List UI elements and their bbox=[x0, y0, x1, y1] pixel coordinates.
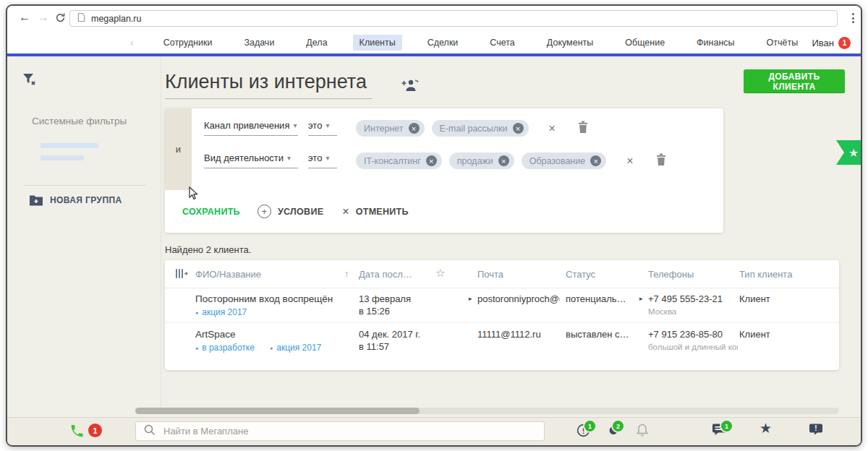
client-phone-note: Москва bbox=[648, 307, 735, 316]
horizontal-scrollbar-thumb[interactable] bbox=[135, 408, 420, 414]
column-header-type[interactable]: Тип клиента bbox=[739, 269, 792, 280]
last-date-line2: в 11:57 bbox=[359, 341, 389, 352]
tab-deals[interactable]: Сделки bbox=[421, 35, 465, 51]
star-outline-icon[interactable]: ☆ bbox=[435, 267, 445, 280]
tab-tasks[interactable]: Задачи bbox=[237, 35, 281, 51]
tab-communication[interactable]: Общение bbox=[618, 35, 671, 51]
client-email[interactable]: 11111@1112.ru bbox=[477, 329, 541, 340]
client-tag[interactable]: ● акция 2017 bbox=[195, 307, 247, 317]
url-text: megaplan.ru bbox=[91, 14, 142, 24]
client-name[interactable]: Посторонним вход воспрещён bbox=[195, 293, 333, 304]
bell-icon[interactable] bbox=[635, 423, 650, 441]
filter-condition-dropdown[interactable]: это ▾ bbox=[308, 153, 337, 168]
filter-tag[interactable]: Образование × bbox=[522, 153, 606, 169]
client-email[interactable]: postoronniyproch@d bbox=[477, 293, 560, 304]
column-settings-icon[interactable] bbox=[175, 268, 188, 282]
cancel-button[interactable]: ОТМЕНИТЬ bbox=[356, 207, 409, 217]
filter-tag-label: IT-консалтинг bbox=[364, 156, 421, 166]
alerts-icon[interactable]: ! 1 bbox=[576, 423, 591, 441]
filter-tag[interactable]: продажи × bbox=[449, 153, 514, 169]
url-bar[interactable]: megaplan.ru bbox=[69, 10, 838, 27]
plus-circle-icon[interactable]: + bbox=[258, 205, 271, 218]
person-add-icon[interactable] bbox=[401, 78, 419, 95]
sort-up-icon[interactable]: ↑ bbox=[344, 268, 349, 279]
page-title[interactable]: Клиенты из интернета bbox=[165, 71, 367, 93]
client-name[interactable]: ArtSpace bbox=[195, 329, 236, 340]
save-filter-button[interactable]: СОХРАНИТЬ bbox=[182, 207, 240, 217]
sidebar-separator bbox=[25, 185, 146, 186]
favorite-ribbon[interactable]: ★ bbox=[836, 140, 862, 165]
star-icon: ★ bbox=[849, 147, 858, 158]
column-header-mail[interactable]: Почта bbox=[477, 269, 503, 280]
tab-documents[interactable]: Документы bbox=[540, 35, 600, 51]
add-condition-button[interactable]: УСЛОВИЕ bbox=[278, 207, 323, 217]
favorites-icon[interactable]: ★ bbox=[760, 421, 772, 436]
remove-tag-icon[interactable]: × bbox=[409, 123, 420, 134]
remove-tag-icon[interactable]: × bbox=[498, 155, 509, 166]
tab-todos[interactable]: Дела bbox=[299, 35, 333, 51]
expander-icon[interactable]: ▸ bbox=[469, 295, 472, 302]
filter-panel: и Канал привлечения ▾ это ▾ Интернет × E… bbox=[165, 108, 723, 233]
client-tag-label: акция 2017 bbox=[276, 343, 321, 353]
client-phone[interactable]: +7 915 236-85-80 bbox=[648, 329, 723, 340]
client-tag[interactable]: ● акция 2017 bbox=[270, 343, 321, 353]
folder-plus-icon bbox=[29, 194, 43, 206]
bullet-icon: ● bbox=[195, 345, 198, 351]
new-group-button[interactable]: НОВАЯ ГРУППА bbox=[29, 194, 122, 206]
phone-icon[interactable] bbox=[69, 424, 85, 442]
reload-icon[interactable] bbox=[55, 12, 66, 26]
sidebar-divider bbox=[161, 56, 161, 408]
cancel-x-icon[interactable]: × bbox=[342, 205, 349, 218]
tab-finance[interactable]: Финансы bbox=[690, 35, 741, 51]
clear-row-icon[interactable]: × bbox=[626, 154, 633, 168]
chevron-left-icon[interactable]: ‹ bbox=[130, 37, 134, 48]
column-header-name[interactable]: ФИО/Название bbox=[195, 269, 261, 280]
table-row[interactable]: Посторонним вход воспрещён ● акция 2017 … bbox=[165, 288, 839, 322]
sidebar-filter-skeleton[interactable] bbox=[41, 155, 84, 160]
client-tag[interactable]: ● в разработке bbox=[195, 343, 255, 353]
global-search[interactable] bbox=[135, 421, 545, 441]
remove-tag-icon[interactable]: × bbox=[590, 155, 601, 166]
tab-reports[interactable]: Отчёты bbox=[760, 35, 805, 51]
chevron-down-icon: ▾ bbox=[287, 154, 291, 162]
app-navbar: ‹ Сотрудники Задачи Дела Клиенты Сделки … bbox=[7, 32, 861, 53]
client-phone[interactable]: +7 495 555-23-21 bbox=[648, 293, 723, 304]
chevron-down-icon: ▾ bbox=[326, 121, 329, 129]
filter-tag[interactable]: IT-консалтинг × bbox=[356, 153, 442, 169]
feedback-icon[interactable]: ! bbox=[809, 423, 823, 439]
user-menu[interactable]: Иван 1 bbox=[812, 32, 851, 53]
tab-invoices[interactable]: Счета bbox=[483, 35, 521, 51]
filter-tags: Интернет × E-mail рассылки × × bbox=[356, 120, 589, 137]
browser-menu-icon[interactable] bbox=[852, 13, 854, 23]
forward-icon[interactable]: → bbox=[38, 11, 49, 24]
tab-employees[interactable]: Сотрудники bbox=[157, 35, 219, 51]
trash-icon[interactable] bbox=[577, 121, 589, 137]
trash-icon[interactable] bbox=[655, 153, 667, 169]
add-client-button[interactable]: ДОБАВИТЬ КЛИЕНТА bbox=[744, 69, 845, 93]
column-header-date[interactable]: Дата посл… bbox=[359, 269, 412, 280]
clear-row-icon[interactable]: × bbox=[549, 121, 556, 136]
table-row[interactable]: ArtSpace ● в разработке ● акция 2017 04 … bbox=[165, 322, 839, 361]
column-header-status[interactable]: Статус bbox=[566, 269, 595, 280]
filter-condition-label: это bbox=[308, 153, 322, 163]
system-filters-heading: Системные фильтры bbox=[32, 116, 127, 126]
expander-icon[interactable]: ▸ bbox=[639, 295, 643, 302]
svg-text:!: ! bbox=[814, 424, 817, 432]
remove-tag-icon[interactable]: × bbox=[513, 123, 524, 134]
filter-field-dropdown[interactable]: Вид деятельности ▾ bbox=[204, 153, 298, 168]
tab-clients[interactable]: Клиенты bbox=[353, 35, 402, 51]
sidebar-filter-skeleton[interactable] bbox=[41, 143, 98, 148]
search-input[interactable] bbox=[162, 425, 512, 437]
title-underline bbox=[165, 98, 372, 99]
filter-condition-dropdown[interactable]: это ▾ bbox=[308, 120, 337, 136]
column-header-phones[interactable]: Телефоны bbox=[648, 269, 694, 280]
filter-clear-icon[interactable] bbox=[22, 72, 38, 91]
browser-window: ← → megaplan.ru ‹ Сотрудники Задачи Дела… bbox=[6, 4, 862, 447]
back-icon[interactable]: ← bbox=[19, 11, 30, 24]
remove-tag-icon[interactable]: × bbox=[426, 155, 437, 166]
fire-icon[interactable]: 2 bbox=[605, 423, 619, 442]
filter-tag[interactable]: Интернет × bbox=[356, 120, 425, 137]
filter-field-dropdown[interactable]: Канал привлечения ▾ bbox=[204, 120, 298, 136]
chat-icon[interactable]: 1 bbox=[712, 423, 728, 440]
filter-tag[interactable]: E-mail рассылки × bbox=[432, 120, 529, 137]
